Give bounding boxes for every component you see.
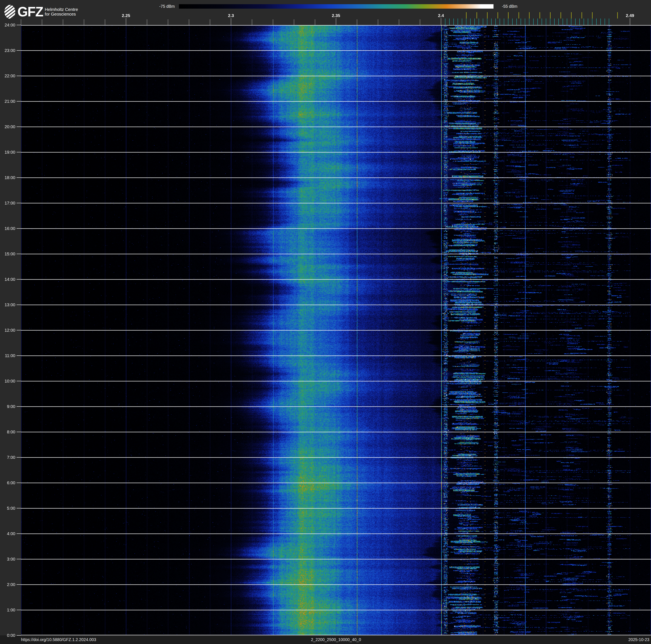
ble-channel-tick xyxy=(504,19,504,25)
time-axis-tick xyxy=(17,228,21,229)
wifi-channel-tick xyxy=(571,12,571,19)
time-axis-label: 16:00 xyxy=(0,226,15,231)
freq-axis-label: 2.3 xyxy=(228,13,234,18)
time-axis-label: 24:00 xyxy=(0,23,15,28)
ble-channel-tick xyxy=(575,19,576,25)
freq-major-tick xyxy=(441,18,441,25)
time-axis-tick xyxy=(17,381,21,381)
time-axis-tick xyxy=(17,355,21,356)
time-axis-tick xyxy=(17,50,21,51)
time-axis-label: 23:00 xyxy=(0,48,15,53)
time-axis-label: 6:00 xyxy=(0,480,15,485)
time-axis-tick xyxy=(17,279,21,280)
ble-channel-tick xyxy=(588,19,588,25)
time-axis-tick xyxy=(17,610,21,610)
time-axis-label: 13:00 xyxy=(0,302,15,307)
gfz-subtitle-line1: Helmholtz Centre xyxy=(45,7,78,12)
ble-channel-tick xyxy=(546,19,546,25)
wifi-channel-tick xyxy=(582,12,582,19)
ble-channel-tick xyxy=(449,19,450,25)
spectrogram-canvas xyxy=(21,25,651,635)
time-axis-label: 22:00 xyxy=(0,74,15,79)
spectrogram-viewer: GFZ Helmholtz Centre for Geosciences -75… xyxy=(0,0,651,644)
time-axis-label: 17:00 xyxy=(0,201,15,206)
freq-minor-tick xyxy=(105,19,105,25)
freq-minor-tick xyxy=(420,19,420,25)
ble-channel-tick xyxy=(483,19,483,25)
ble-channel-tick xyxy=(550,19,550,25)
ble-channel-tick xyxy=(521,19,521,25)
freq-minor-tick xyxy=(210,19,210,25)
time-axis-tick xyxy=(17,482,21,483)
doi-text: https://doi.org/10.5880/GFZ.1.2.2024.003 xyxy=(21,637,96,642)
time-axis-tick xyxy=(17,432,21,432)
time-axis-tick xyxy=(17,559,21,559)
wifi-channel-tick xyxy=(487,12,488,19)
wifi-channel-tick xyxy=(466,12,467,19)
ble-channel-tick xyxy=(537,19,538,25)
ble-channel-tick xyxy=(466,19,466,25)
ble-channel-tick xyxy=(609,19,609,25)
time-axis-label: 3:00 xyxy=(0,557,15,562)
freq-major-tick xyxy=(126,18,126,25)
freq-major-tick xyxy=(336,18,336,25)
dataset-name: 2_2200_2500_10000_40_0 xyxy=(311,637,361,642)
ble-channel-tick xyxy=(558,19,559,25)
time-axis-tick xyxy=(17,126,21,127)
ble-channel-tick xyxy=(592,19,592,25)
freq-minor-tick xyxy=(84,19,84,25)
time-axis-tick xyxy=(17,152,21,152)
time-axis-tick xyxy=(17,304,21,305)
freq-axis-label: 2.49 xyxy=(626,13,634,18)
ble-channel-tick xyxy=(500,19,500,25)
gfz-logo: GFZ Helmholtz Centre for Geosciences xyxy=(4,5,78,19)
time-axis-label: 1:00 xyxy=(0,608,15,612)
wifi-channel-tick xyxy=(497,12,498,19)
wifi-channel-tick xyxy=(476,12,477,19)
freq-minor-tick xyxy=(42,19,42,25)
freq-minor-tick xyxy=(168,19,168,25)
time-axis-tick xyxy=(17,508,21,508)
ble-channel-tick xyxy=(579,19,580,25)
time-axis-label: 20:00 xyxy=(0,124,15,129)
time-axis-tick xyxy=(17,203,21,203)
freq-axis-label: 2.35 xyxy=(332,13,340,18)
time-axis-tick xyxy=(17,254,21,254)
ble-channel-tick xyxy=(525,19,525,25)
colorbar xyxy=(179,4,494,9)
freq-minor-tick xyxy=(21,19,21,25)
freq-axis-label: 2.25 xyxy=(122,13,130,18)
gfz-subtitle-line2: for Geosciences xyxy=(45,12,78,17)
wifi-channel-tick xyxy=(508,12,508,19)
ble-channel-tick xyxy=(478,19,479,25)
ble-channel-tick xyxy=(596,19,597,25)
freq-minor-tick xyxy=(63,19,63,25)
time-axis-label: 18:00 xyxy=(0,175,15,180)
wifi-channel-tick xyxy=(519,12,519,19)
gfz-globe-icon xyxy=(4,5,16,19)
time-axis-tick xyxy=(17,101,21,101)
time-axis-tick xyxy=(17,584,21,585)
ble-channel-tick xyxy=(584,19,584,25)
colorbar-max-label: -55 dBm xyxy=(502,4,518,9)
ble-channel-tick xyxy=(529,19,529,25)
time-axis-tick xyxy=(17,177,21,178)
freq-minor-tick xyxy=(273,19,273,25)
ble-channel-tick xyxy=(470,19,471,25)
time-axis-label: 5:00 xyxy=(0,506,15,511)
ble-channel-tick xyxy=(454,19,454,25)
freq-major-tick xyxy=(630,18,630,25)
time-axis-tick xyxy=(17,533,21,534)
ble-channel-tick xyxy=(491,19,492,25)
time-axis-label: 10:00 xyxy=(0,379,15,384)
time-axis-label: 8:00 xyxy=(0,430,15,435)
time-axis-tick xyxy=(17,25,21,25)
ble-channel-tick xyxy=(508,19,508,25)
time-axis-label: 19:00 xyxy=(0,150,15,155)
time-axis-tick xyxy=(17,76,21,76)
ble-channel-tick xyxy=(512,19,513,25)
ble-channel-tick xyxy=(458,19,458,25)
time-axis-label: 12:00 xyxy=(0,328,15,333)
freq-major-tick xyxy=(231,18,231,25)
time-axis-label: 2:00 xyxy=(0,582,15,587)
